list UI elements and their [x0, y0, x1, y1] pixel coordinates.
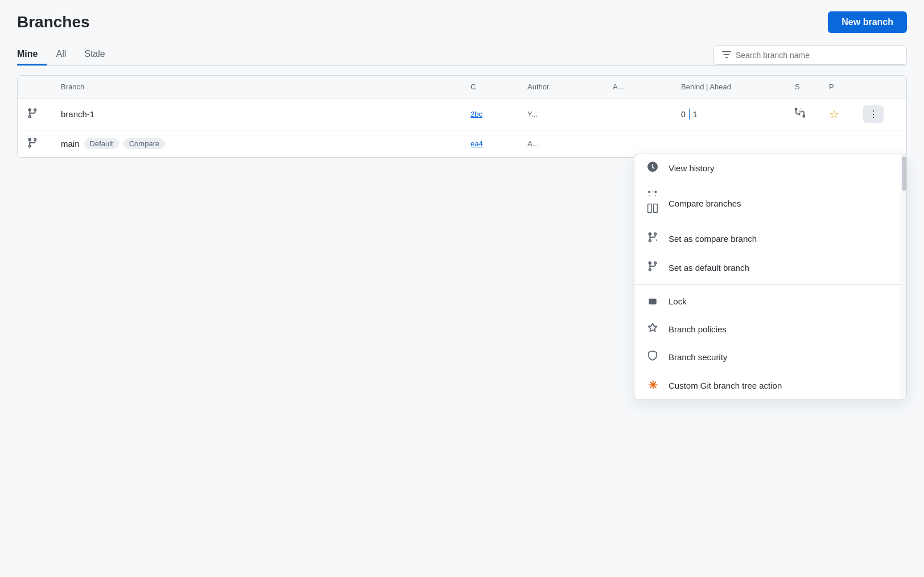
main-branch-label: main — [61, 139, 80, 149]
menu-label-set-compare: Set as compare branch — [669, 234, 757, 244]
ahead-count: 1 — [693, 110, 698, 119]
col-c: C — [471, 83, 527, 91]
author-1: Y... — [527, 110, 613, 118]
lock-icon — [646, 295, 659, 308]
p-col-1: ☆ — [829, 108, 863, 121]
search-input[interactable] — [736, 51, 898, 60]
menu-item-set-default[interactable]: Set as default branch — [634, 253, 906, 282]
menu-label-branch-policies: Branch policies — [669, 324, 727, 334]
table-row: branch-1 2bc Y... 0 1 ☆ ⋮ — [18, 98, 906, 130]
col-p: P — [829, 83, 863, 91]
menu-label-view-history: View history — [669, 163, 715, 173]
table-row: main Default Compare ea4 A... — [18, 130, 906, 157]
compare-branches-icon — [646, 189, 659, 217]
menu-label-branch-security: Branch security — [669, 352, 727, 362]
shield-icon — [646, 351, 659, 364]
page-header: Branches New branch — [17, 11, 907, 33]
col-author: Author — [527, 83, 613, 91]
menu-label-lock: Lock — [669, 296, 687, 306]
col-s: S — [795, 83, 829, 91]
table-header: Branch C Author A... Behind | Ahead S P — [18, 76, 906, 98]
menu-item-custom-git[interactable]: ✳ Custom Git branch tree action — [634, 371, 906, 399]
context-menu-inner: View history Compare branches Set as com… — [634, 154, 906, 399]
branch-policies-icon — [646, 323, 659, 336]
menu-divider-1 — [634, 285, 906, 285]
commit-1[interactable]: 2bc — [471, 110, 527, 118]
author-2: A... — [527, 139, 613, 148]
s-col-1 — [795, 108, 829, 120]
tab-mine[interactable]: Mine — [17, 44, 47, 65]
menu-item-view-history[interactable]: View history — [634, 154, 906, 182]
history-icon — [646, 162, 659, 175]
svg-rect-1 — [654, 204, 658, 213]
page-title: Branches — [17, 13, 90, 31]
behind-count: 0 — [681, 110, 686, 119]
scrollbar-thumb — [902, 156, 906, 191]
context-menu: View history Compare branches Set as com… — [634, 154, 907, 400]
search-box — [713, 46, 907, 65]
tab-stale[interactable]: Stale — [75, 44, 114, 65]
menu-item-branch-security[interactable]: Branch security — [634, 343, 906, 371]
menu-item-set-compare[interactable]: Set as compare branch — [634, 224, 906, 253]
menu-label-custom-git: Custom Git branch tree action — [669, 381, 782, 390]
col-a: A... — [613, 83, 681, 91]
tabs: Mine All Stale — [17, 44, 114, 65]
branch-name-2: main Default Compare — [61, 138, 471, 149]
commit-2[interactable]: ea4 — [471, 139, 527, 148]
menu-item-lock[interactable]: Lock — [634, 287, 906, 315]
more-button-1[interactable]: ⋮ — [863, 105, 884, 123]
behind-ahead-1: 0 1 — [681, 109, 795, 119]
compare-badge[interactable]: Compare — [123, 138, 165, 149]
branch-icon — [27, 108, 61, 121]
star-button-1[interactable]: ☆ — [829, 108, 839, 121]
new-branch-button[interactable]: New branch — [828, 11, 907, 33]
svg-rect-0 — [648, 204, 652, 213]
tab-underline — [17, 65, 907, 66]
col-icon — [27, 83, 61, 91]
filter-icon — [722, 50, 731, 61]
tabs-row: Mine All Stale — [17, 44, 907, 65]
page-container: Branches New branch Mine All Stale Branc… — [0, 0, 924, 577]
menu-item-compare-branches[interactable]: Compare branches — [634, 182, 906, 224]
branch-icon-2 — [27, 137, 61, 150]
more-col-1: ⋮ — [863, 105, 897, 123]
tab-all[interactable]: All — [47, 44, 75, 65]
branches-table: Branch C Author A... Behind | Ahead S P … — [17, 75, 907, 158]
compare-icon — [795, 111, 805, 120]
set-default-icon — [646, 261, 659, 275]
menu-label-set-default: Set as default branch — [669, 263, 749, 273]
scrollbar-track[interactable] — [901, 154, 906, 399]
set-compare-icon — [646, 232, 659, 246]
col-behind-ahead: Behind | Ahead — [681, 83, 795, 91]
col-actions — [863, 83, 897, 91]
col-branch: Branch — [61, 83, 471, 91]
branch-name-1: branch-1 — [61, 109, 471, 119]
behind-ahead-divider — [689, 109, 690, 119]
menu-item-branch-policies[interactable]: Branch policies — [634, 315, 906, 343]
asterisk-icon: ✳ — [646, 378, 659, 392]
default-badge: Default — [84, 138, 119, 149]
menu-label-compare-branches: Compare branches — [669, 199, 741, 208]
